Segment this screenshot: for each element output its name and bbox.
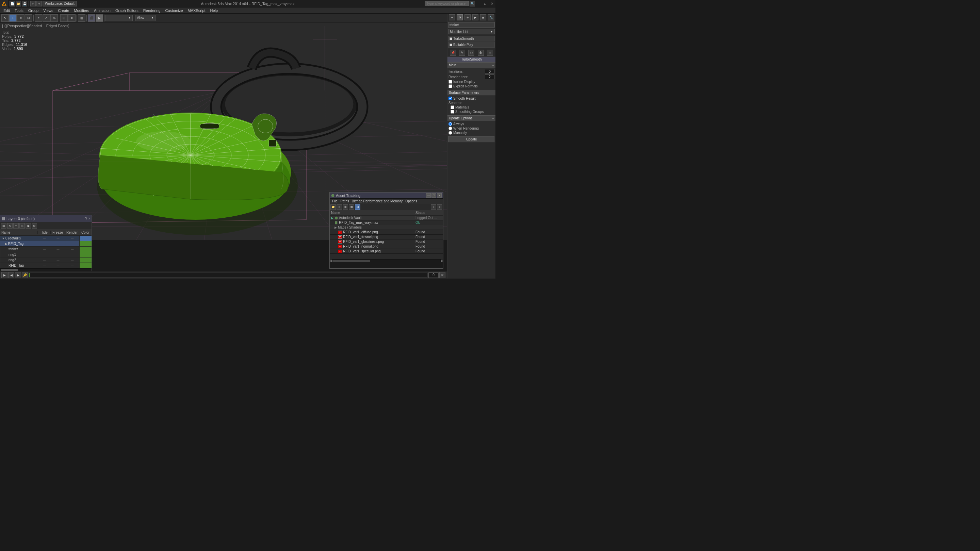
menu-animation[interactable]: Animation [92, 8, 113, 13]
menu-views[interactable]: Views [41, 8, 55, 13]
menu-tools[interactable]: Tools [13, 8, 25, 13]
remove-modifier-btn[interactable]: 🗑 [478, 50, 484, 56]
asset-hscroll-thumb[interactable] [332, 260, 370, 262]
layer-row-default[interactable]: ▼ 0 (default) — — — [0, 236, 92, 241]
asset-menu-bitmap[interactable]: Bitmap Performance and Memory [351, 199, 404, 203]
maximize-button[interactable]: □ [482, 0, 488, 8]
pin-stack-btn[interactable]: 📌 [450, 50, 456, 56]
tab-create[interactable]: ✦ [449, 14, 455, 21]
manually-radio[interactable] [449, 131, 452, 135]
iterations-input[interactable] [485, 69, 495, 74]
materials-check[interactable] [450, 105, 454, 109]
asset-row-normal[interactable]: V RFID_var1_normal.png Found [330, 244, 443, 249]
layers-merge-btn[interactable]: ⊕ [32, 223, 37, 229]
named-selection-dropdown[interactable]: ▼ [105, 15, 133, 21]
modifier-editable-poly[interactable]: Editable Poly [448, 42, 495, 48]
search-input[interactable] [425, 1, 469, 6]
align-btn[interactable]: ≡ [68, 14, 76, 22]
make-unique-btn[interactable]: ⬡ [468, 50, 474, 56]
layers-highlight-btn[interactable]: ◉ [25, 223, 31, 229]
asset-row-vault[interactable]: ▶ Autodesk Vault Logged Out ... [330, 216, 443, 221]
modifier-turbosmooth[interactable]: TurboSmooth [448, 36, 495, 41]
layers-help-btn[interactable]: ? [86, 217, 88, 221]
asset-toolbar-btn4[interactable]: ◨ [349, 205, 354, 210]
layers-add-btn[interactable]: ⊞ [1, 223, 6, 229]
toolbar-move-btn[interactable]: ✛ [9, 14, 17, 22]
menu-create[interactable]: Create [56, 8, 71, 13]
asset-scroll-right-btn[interactable]: ▶ [440, 259, 443, 262]
asset-menu-file[interactable]: File [331, 199, 339, 203]
toolbar-scale-btn[interactable]: ⊠ [25, 14, 32, 22]
asset-row-glossiness[interactable]: V RFID_var1_glossiness.png Found [330, 240, 443, 244]
angle-snap-btn[interactable]: ∠ [43, 14, 50, 22]
toolbar-icon-redo[interactable]: ↪ [37, 1, 42, 6]
quick-render-btn[interactable]: ▶ [95, 14, 103, 22]
next-frame-btn[interactable]: ▶ [15, 272, 21, 278]
tab-hierarchy[interactable]: ⊗ [465, 14, 471, 21]
render-btn[interactable]: ⬛ [88, 14, 95, 22]
menu-help[interactable]: Help [208, 8, 220, 13]
asset-row-maps-shaders[interactable]: ▶ Maps / Shaders [330, 225, 443, 230]
layers-add-selection-btn[interactable]: + [13, 223, 19, 229]
asset-toolbar-btn1[interactable]: 📁 [331, 205, 336, 210]
configure-modifiers-btn[interactable]: ≡ [487, 50, 493, 56]
toolbar-rotate-btn[interactable]: ↻ [17, 14, 24, 22]
object-name-field[interactable] [448, 22, 495, 27]
asset-menu-paths[interactable]: Paths [339, 199, 350, 203]
layer-manager-btn[interactable]: ▤ [78, 14, 86, 22]
layers-select-in-btn[interactable]: ◎ [19, 223, 25, 229]
modifier-list-dropdown[interactable]: Modifier List ▼ [448, 29, 495, 34]
key-btn[interactable]: 🔑 [22, 272, 28, 278]
menu-edit[interactable]: Edit [2, 8, 12, 13]
menu-graph-editors[interactable]: Graph Editors [113, 8, 140, 13]
asset-row-max-file[interactable]: RFID_Tag_max_vray.max Ok [330, 221, 443, 225]
asset-toolbar-btn3[interactable]: ⊞ [343, 205, 348, 210]
when-rendering-radio[interactable] [449, 127, 452, 130]
asset-close-btn[interactable]: ✕ [437, 193, 442, 198]
layer-row-rfid-tag[interactable]: ▶ RFID_Tag — — — [0, 241, 92, 246]
menu-group[interactable]: Group [26, 8, 41, 13]
main-section-header[interactable]: Main – [447, 62, 495, 68]
tab-utilities[interactable]: 🔧 [488, 14, 494, 21]
time-config-btn[interactable]: ⏱ [439, 272, 445, 278]
menu-rendering[interactable]: Rendering [141, 8, 163, 13]
menu-customize[interactable]: Customize [163, 8, 185, 13]
asset-path-input[interactable] [330, 262, 443, 268]
layer-row-ring1[interactable]: ring1 — — — [0, 252, 92, 257]
isoline-display-check[interactable] [449, 80, 452, 84]
percent-snap-btn[interactable]: % [50, 14, 58, 22]
mirror-btn[interactable]: ⊞ [60, 14, 68, 22]
surface-params-section-header[interactable]: Surface Parameters – [447, 90, 495, 95]
toolbar-select-btn[interactable]: ↖ [2, 14, 9, 22]
toolbar-icon-undo[interactable]: ↩ [30, 1, 36, 6]
asset-help-btn[interactable]: ? [431, 205, 436, 210]
toolbar-icon-new[interactable]: 📄 [10, 1, 15, 6]
asset-row-specular[interactable]: V RFID_var1_specular.png Found [330, 249, 443, 254]
asset-menu-options[interactable]: Options [404, 199, 418, 203]
smoothing-groups-check[interactable] [450, 110, 454, 114]
asset-row-diffuse[interactable]: V RFID_var1_diffuse.png Found [330, 230, 443, 235]
toolbar-icon-open[interactable]: 📂 [16, 1, 21, 6]
update-options-section-header[interactable]: Update Options – [447, 115, 495, 121]
always-radio[interactable] [449, 122, 452, 126]
toolbar-icon-save[interactable]: 💾 [22, 1, 27, 6]
layers-close-btn[interactable]: × [88, 217, 90, 221]
layer-row-ring2[interactable]: ring2 — — — [0, 257, 92, 263]
play-btn[interactable]: ▶ [2, 272, 8, 278]
update-button[interactable]: Update [449, 136, 495, 142]
layers-scroll-thumb[interactable] [1, 269, 18, 271]
layer-row-rfid-tag-obj[interactable]: RFID_Tag — — — [0, 263, 92, 268]
frame-number-input[interactable] [428, 272, 439, 278]
tab-display[interactable]: ◉ [480, 14, 486, 21]
search-button[interactable]: 🔍 [469, 1, 475, 6]
asset-info-btn[interactable]: ℹ [437, 205, 442, 210]
render-iters-input[interactable] [485, 75, 495, 79]
asset-toolbar-btn2[interactable]: ≡ [337, 205, 342, 210]
menu-maxscript[interactable]: MAXScript [186, 8, 208, 13]
minimize-button[interactable]: — [475, 0, 482, 8]
asset-toolbar-btn5[interactable]: ⊟ [355, 205, 360, 210]
tab-motion[interactable]: ▶ [472, 14, 479, 21]
active-shade-btn[interactable]: ✎ [459, 50, 465, 56]
prev-frame-btn[interactable]: ◀ [8, 272, 14, 278]
workspace-dropdown[interactable]: Workspace: Default [43, 1, 77, 6]
